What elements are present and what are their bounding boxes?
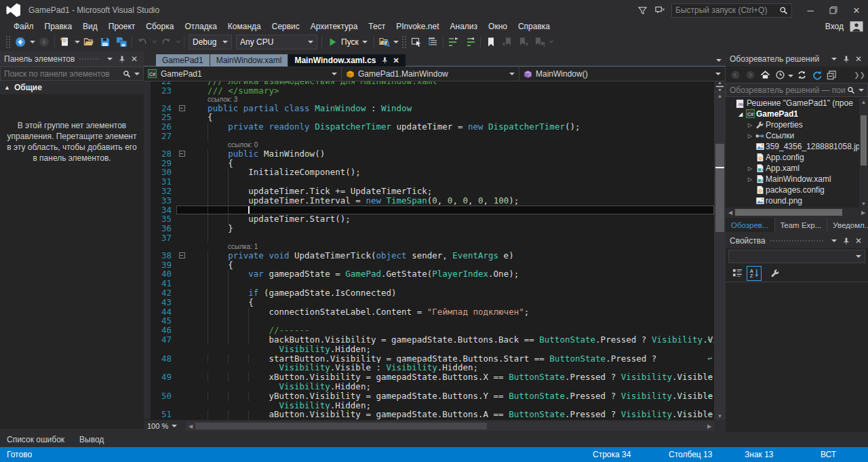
scrollbar-thumb[interactable] xyxy=(195,423,487,429)
close-icon[interactable]: ✕ xyxy=(129,54,140,64)
toolbox-group-general[interactable]: ▲ Общие xyxy=(0,81,144,94)
categorized-icon[interactable] xyxy=(730,266,745,281)
undo-icon[interactable] xyxy=(134,34,151,50)
scroll-up-icon[interactable]: ▲ xyxy=(714,92,726,100)
collapse-box-icon[interactable]: − xyxy=(179,252,185,258)
tree-item-ссылки[interactable]: ▷Ссылки xyxy=(726,130,868,141)
solution-search-input[interactable]: Обозреватель решений — пои xyxy=(726,83,868,97)
collapse-box-icon[interactable]: − xyxy=(179,151,185,157)
tree-item-packages.config[interactable]: packages.config xyxy=(726,185,868,195)
menu-item-architecture[interactable]: Архитектура xyxy=(305,20,363,33)
bookmark-icon[interactable] xyxy=(483,34,499,50)
properties-object-select[interactable] xyxy=(728,250,865,263)
bookmark-next-icon[interactable] xyxy=(515,34,532,50)
events-wrench-icon[interactable] xyxy=(768,266,783,281)
bookmark-last-icon[interactable] xyxy=(532,34,548,50)
call-hierarchy-icon[interactable] xyxy=(425,34,441,50)
minimize-button[interactable]: ─ xyxy=(799,1,822,19)
save-all-icon[interactable] xyxy=(113,34,130,50)
menu-item-team[interactable]: Команда xyxy=(222,20,267,33)
start-debug-button[interactable]: Пуск xyxy=(324,34,372,50)
nav-back-icon[interactable] xyxy=(12,34,28,50)
scroll-right-icon[interactable]: ▶ xyxy=(705,421,714,431)
scroll-up-icon[interactable]: ▲ xyxy=(859,98,868,106)
breadcrumb-2[interactable]: MainWindow() xyxy=(519,67,726,81)
menu-item-view[interactable]: Вид xyxy=(77,20,103,33)
configuration-select[interactable]: Debug xyxy=(189,35,232,50)
save-icon[interactable] xyxy=(97,34,113,50)
menu-item-debug[interactable]: Отладка xyxy=(179,20,222,33)
menu-item-build[interactable]: Сборка xyxy=(140,20,179,33)
bookmark-prev-icon[interactable] xyxy=(499,34,515,50)
collapse-box-icon[interactable]: − xyxy=(179,105,185,111)
pin-icon[interactable] xyxy=(381,56,389,64)
scrollbar-thumb[interactable] xyxy=(861,115,867,166)
toolbar-overflow-icon[interactable]: ❯❯ xyxy=(854,71,865,79)
indent-comment-icon[interactable] xyxy=(446,34,462,50)
sync-icon[interactable] xyxy=(795,68,808,81)
menu-item-tools[interactable]: Сервис xyxy=(267,20,305,33)
dropdown-caret-icon[interactable] xyxy=(174,34,182,50)
scroll-left-icon[interactable]: ◀ xyxy=(186,421,195,431)
user-avatar[interactable] xyxy=(849,21,864,33)
tree-item-359_4356_1288881058.jp[interactable]: 359_4356_1288881058.jp xyxy=(726,141,868,152)
breadcrumb-0[interactable]: C#GamePad1 xyxy=(144,67,342,81)
menu-item-pinvoke-net[interactable]: PInvoke.net xyxy=(391,20,444,33)
dropdown-caret-icon[interactable] xyxy=(151,34,158,50)
pin-icon[interactable] xyxy=(841,54,852,64)
splitter-handle-icon[interactable] xyxy=(714,81,726,92)
search-options-caret-icon[interactable] xyxy=(859,89,864,92)
tree-vertical-scrollbar[interactable]: ▲ ▼ xyxy=(859,98,868,208)
editor-zoom-select[interactable]: 100 % xyxy=(144,420,186,432)
expander-open-icon[interactable]: ◢ xyxy=(736,111,745,117)
search-options-caret-icon[interactable] xyxy=(134,73,140,75)
close-icon[interactable]: ✕ xyxy=(393,56,399,65)
sign-in-link[interactable]: Вход xyxy=(825,22,844,31)
quick-launch-input[interactable]: Быстрый запуск (Ctrl+Q) xyxy=(671,3,792,18)
tab-mainwindow.xaml.cs[interactable]: MainWindow.xaml.cs✕ xyxy=(288,54,405,66)
tree-item-round.png[interactable]: round.png xyxy=(726,195,868,206)
breadcrumb-1[interactable]: GamePad1.MainWindow xyxy=(342,67,519,81)
history-icon[interactable] xyxy=(773,68,787,81)
scroll-down-icon[interactable]: ▼ xyxy=(859,199,868,208)
tree-item-app.xaml[interactable]: ▷App.xaml xyxy=(726,163,868,174)
fold-margin[interactable]: − xyxy=(176,104,187,113)
window-menu-caret-icon[interactable] xyxy=(104,54,115,64)
home-icon[interactable] xyxy=(758,68,772,81)
find-in-files-icon[interactable] xyxy=(376,34,393,50)
tab-overflow-caret-icon[interactable] xyxy=(716,59,722,62)
toolbar-grip[interactable] xyxy=(5,35,11,49)
dropdown-caret-icon[interactable] xyxy=(73,34,81,50)
collapse-all-icon[interactable] xyxy=(825,68,838,81)
fold-margin[interactable]: − xyxy=(176,251,187,261)
tree-item-properties[interactable]: ▷Properties xyxy=(726,119,868,130)
chevron-down-icon[interactable] xyxy=(788,70,793,79)
menu-item-project[interactable]: Проект xyxy=(103,20,141,33)
outdent-comment-icon[interactable] xyxy=(462,34,478,50)
toolbox-search-input[interactable]: Поиск по панели элементов xyxy=(0,66,144,81)
tree-item-gamepad1[interactable]: ◢C#GamePad1 xyxy=(726,109,868,119)
fold-margin[interactable]: − xyxy=(176,149,187,159)
window-menu-caret-icon[interactable] xyxy=(829,54,840,64)
dropdown-caret-icon[interactable] xyxy=(393,34,400,50)
expander-closed-icon[interactable]: ▷ xyxy=(746,133,754,139)
scroll-down-icon[interactable]: ▼ xyxy=(714,412,726,420)
tree-item-решение-gamepad1-прое[interactable]: ∞Решение "GamePad1" (прое xyxy=(726,98,868,109)
menu-item-test[interactable]: Тест xyxy=(363,20,391,33)
open-folder-icon[interactable] xyxy=(81,34,97,50)
tree-item-mainwindow.xaml[interactable]: ▷MainWindow.xaml xyxy=(726,174,868,185)
new-item-icon[interactable] xyxy=(57,34,73,50)
code-editor[interactable]: 22 /// Логика взаимодействия для MainWin… xyxy=(144,81,726,420)
tab-mainwindow.xaml[interactable]: MainWindow.xaml xyxy=(210,54,288,66)
dropdown-caret-icon[interactable] xyxy=(28,34,36,50)
close-icon[interactable]: ✕ xyxy=(853,235,864,246)
close-button[interactable]: ✕ xyxy=(845,1,868,19)
dock-tab-team-exp-[interactable]: Team Exp... xyxy=(775,218,828,232)
dock-tab-обозрев-[interactable]: Обозрев... xyxy=(726,218,775,232)
navigate-cursor-icon[interactable] xyxy=(408,34,425,50)
scrollbar-thumb[interactable] xyxy=(715,144,724,232)
close-icon[interactable]: ✕ xyxy=(853,54,864,64)
redo-icon[interactable] xyxy=(158,34,174,50)
back-icon[interactable] xyxy=(728,68,742,81)
nav-forward-icon[interactable] xyxy=(36,34,52,50)
